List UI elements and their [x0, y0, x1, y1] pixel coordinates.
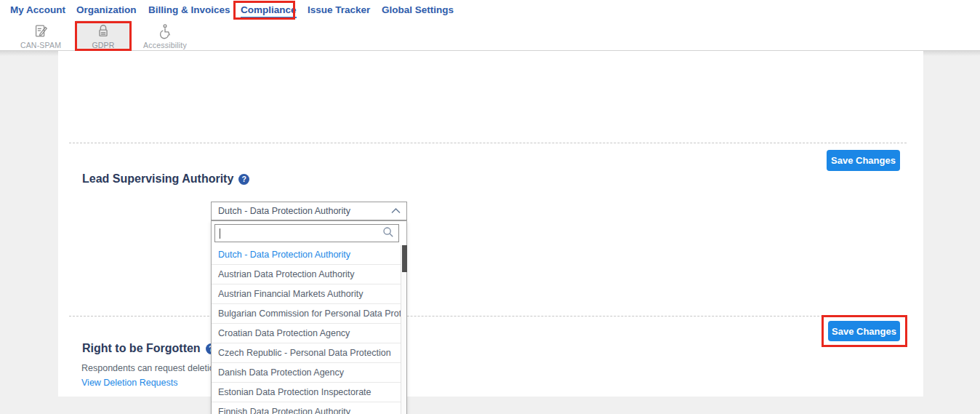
nav-issue-tracker[interactable]: Issue Tracker: [308, 4, 370, 15]
tab-can-spam-label: CAN-SPAM: [20, 41, 61, 49]
right-to-be-forgotten-description: Respondents can request deletion of: [81, 363, 230, 373]
nav-compliance[interactable]: Compliance: [241, 4, 297, 18]
authority-option[interactable]: Austrian Financial Markets Authority: [212, 284, 401, 304]
authority-option[interactable]: Austrian Data Protection Authority: [212, 265, 401, 284]
save-changes-button-address[interactable]: Save Changes: [827, 150, 900, 171]
nav-global-settings[interactable]: Global Settings: [382, 4, 454, 15]
compliance-settings-page: My Account Organization Billing & Invoic…: [0, 0, 980, 414]
authority-option[interactable]: Croatian Data Protection Agency: [212, 324, 401, 343]
authority-dropdown-panel: Dutch - Data Protection Authority Austri…: [211, 220, 407, 414]
dropdown-scrollbar-thumb[interactable]: [402, 245, 407, 272]
search-icon: [382, 226, 394, 241]
authority-option[interactable]: Finnish Data Protection Authority: [212, 402, 401, 414]
authority-option[interactable]: Danish Data Protection Agency: [212, 363, 401, 383]
view-deletion-requests-link[interactable]: View Deletion Requests: [81, 378, 177, 388]
compliance-toolbar: CAN-SPAM GDPR Accessibility: [0, 20, 980, 51]
authority-option[interactable]: Estonian Data Protection Inspectorate: [212, 383, 401, 402]
document-pencil-icon: [33, 23, 49, 40]
wheelchair-icon: [157, 23, 173, 40]
authority-option-list: Dutch - Data Protection Authority Austri…: [212, 245, 401, 414]
save-changes-button-authority[interactable]: Save Changes: [828, 321, 900, 341]
tab-accessibility-label: Accessibility: [143, 41, 187, 49]
lead-supervising-authority-title: Lead Supervising Authority ?: [82, 172, 249, 186]
authority-select[interactable]: Dutch - Data Protection Authority: [211, 202, 407, 220]
right-to-be-forgotten-title: Right to be Forgotten ?: [82, 342, 217, 355]
text-caret: [220, 228, 220, 239]
help-icon[interactable]: ?: [238, 174, 249, 185]
tab-gdpr-label: GDPR: [92, 41, 114, 49]
tab-accessibility[interactable]: Accessibility: [134, 20, 196, 51]
tab-gdpr[interactable]: GDPR: [76, 20, 131, 51]
authority-option[interactable]: Czech Republic - Personal Data Protectio…: [212, 343, 401, 363]
authority-option[interactable]: Dutch - Data Protection Authority: [212, 245, 401, 265]
chevron-up-icon: [391, 206, 401, 216]
nav-billing-invoices[interactable]: Billing & Invoices: [148, 4, 230, 15]
dropdown-scrollbar[interactable]: [401, 245, 406, 414]
top-navigation: My Account Organization Billing & Invoic…: [0, 0, 980, 20]
nav-my-account[interactable]: My Account: [10, 4, 65, 15]
section-divider-1: [69, 143, 907, 143]
authority-selected-value: Dutch - Data Protection Authority: [218, 206, 350, 216]
tab-can-spam[interactable]: CAN-SPAM: [7, 20, 74, 51]
authority-option[interactable]: Bulgarian Commission for Personal Data P…: [212, 304, 401, 324]
padlock-icon: [95, 23, 111, 40]
section-divider-2: [69, 316, 907, 317]
nav-organization[interactable]: Organization: [76, 4, 137, 15]
authority-search-input[interactable]: [214, 224, 399, 242]
